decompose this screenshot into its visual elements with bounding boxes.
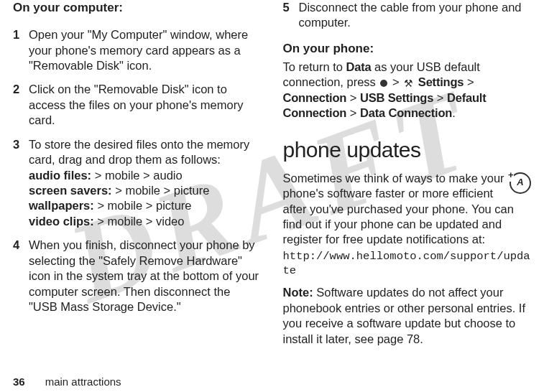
step-text: Click on the "Removable Disk" icon to ac… bbox=[29, 82, 262, 128]
step3-intro: To store the desired files onto the memo… bbox=[29, 138, 249, 166]
gt: > bbox=[346, 91, 360, 104]
updates-paragraph: Sometimes we think of ways to make your … bbox=[283, 171, 532, 248]
step-number: 5 bbox=[283, 0, 299, 31]
footer-title: main attractions bbox=[45, 375, 121, 388]
menu-data-connection: Data Connection bbox=[360, 106, 452, 119]
step-text: When you finish, disconnect your phone b… bbox=[29, 238, 262, 314]
step-5: 5 Disconnect the cable from your phone a… bbox=[283, 0, 532, 31]
step-1: 1 Open your "My Computer" window, where … bbox=[13, 27, 262, 73]
file-path: > mobile > audio bbox=[91, 169, 183, 182]
text: Sometimes we think of ways to make your … bbox=[283, 172, 514, 246]
settings-icon: ⚒ bbox=[404, 77, 413, 90]
note-text: Software updates do not affect your phon… bbox=[283, 286, 526, 345]
text: To return to bbox=[283, 60, 346, 73]
step-text: Disconnect the cable from your phone and… bbox=[299, 0, 532, 31]
file-path: > mobile > video bbox=[94, 215, 185, 228]
step-text: Open your "My Computer" window, where yo… bbox=[29, 27, 262, 73]
page-number: 36 bbox=[13, 375, 25, 388]
data-label: Data bbox=[346, 60, 372, 73]
period: . bbox=[452, 106, 456, 119]
step-number: 2 bbox=[13, 82, 29, 128]
gt: > bbox=[464, 75, 474, 88]
step-text: To store the desired files onto the memo… bbox=[29, 137, 262, 230]
gt: > bbox=[389, 75, 402, 88]
note-paragraph: Note: Software updates do not affect you… bbox=[283, 285, 532, 347]
file-label: audio files: bbox=[29, 169, 91, 182]
file-label: screen savers: bbox=[29, 184, 112, 197]
file-label: video clips: bbox=[29, 215, 94, 228]
file-path: > mobile > picture bbox=[94, 199, 192, 212]
left-column: On your computer: 1 Open your "My Comput… bbox=[13, 0, 262, 373]
step-number: 3 bbox=[13, 137, 29, 230]
step-4: 4 When you finish, disconnect your phone… bbox=[13, 238, 262, 314]
page-body: On your computer: 1 Open your "My Comput… bbox=[0, 0, 544, 373]
center-key-icon bbox=[380, 80, 387, 87]
menu-connection: Connection bbox=[283, 91, 347, 104]
gt: > bbox=[433, 91, 447, 104]
gt: > bbox=[346, 106, 360, 119]
return-instruction: To return to Data as your USB default co… bbox=[283, 60, 532, 121]
file-label: wallpapers: bbox=[29, 199, 94, 212]
computer-heading: On your computer: bbox=[13, 0, 262, 16]
phone-heading: On your phone: bbox=[283, 41, 532, 57]
update-url: http://www.hellomoto.com/support/update bbox=[283, 249, 532, 278]
file-path: > mobile > picture bbox=[112, 184, 210, 197]
page-footer: 36 main attractions bbox=[13, 375, 121, 388]
step-number: 1 bbox=[13, 27, 29, 73]
step-2: 2 Click on the "Removable Disk" icon to … bbox=[13, 82, 262, 128]
right-column: 5 Disconnect the cable from your phone a… bbox=[283, 0, 532, 373]
note-label: Note: bbox=[283, 286, 313, 299]
step-3: 3 To store the desired files onto the me… bbox=[13, 137, 262, 230]
section-heading-phone-updates: phone updates bbox=[283, 136, 532, 164]
menu-settings: Settings bbox=[418, 75, 464, 88]
update-badge-icon bbox=[510, 172, 531, 194]
menu-usb-settings: USB Settings bbox=[360, 91, 433, 104]
step-number: 4 bbox=[13, 238, 29, 314]
